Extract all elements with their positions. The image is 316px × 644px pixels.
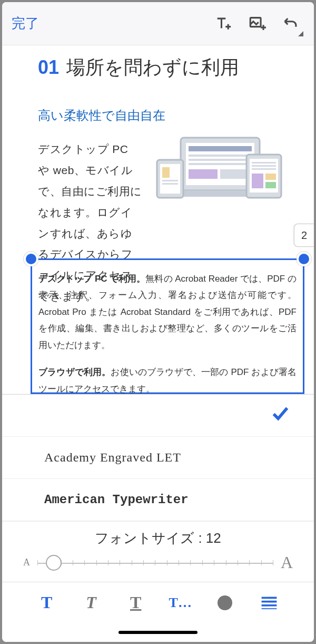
slider-thumb[interactable] — [46, 555, 62, 571]
selected-text-content[interactable]: デスクトップ PC で利用。無料の Acrobat Reader では、PDF … — [32, 260, 303, 394]
page-indicator-tab[interactable]: 2 — [294, 224, 314, 247]
document-view[interactable]: 01 場所を問わずに利用 高い柔軟性で自由自在 デスクトップ PC や web、… — [2, 45, 314, 394]
font-option-academy[interactable]: Academy Engraved LET — [2, 437, 314, 479]
devices-illustration — [152, 134, 283, 208]
home-indicator[interactable] — [2, 623, 314, 642]
svg-rect-3 — [189, 146, 252, 151]
svg-rect-7 — [189, 169, 218, 179]
slider-max-icon: A — [281, 553, 293, 572]
font-panel: Academy Engraved LET American Typewriter… — [2, 394, 314, 642]
bold-button[interactable]: T — [31, 590, 63, 616]
selection-handle-top-left[interactable] — [24, 252, 38, 266]
document-title-row: 01 場所を問わずに利用 — [38, 55, 283, 81]
font-list[interactable]: Academy Engraved LET American Typewriter — [2, 395, 314, 521]
svg-rect-13 — [162, 180, 178, 181]
svg-rect-19 — [252, 168, 276, 170]
italic-button[interactable]: T — [75, 590, 107, 616]
text-more-button[interactable]: T… — [164, 590, 196, 616]
header-bar: 完了 — [2, 2, 314, 45]
svg-rect-21 — [265, 174, 276, 180]
add-image-icon[interactable] — [243, 10, 271, 37]
app-frame: 完了 01 場所を問わずに利用 高い柔軟性で自由自在 デスクトップ PC や w… — [2, 2, 314, 642]
section-number: 01 — [38, 56, 59, 79]
svg-rect-4 — [189, 155, 252, 157]
svg-rect-5 — [189, 159, 252, 161]
text-selection-box[interactable]: デスクトップ PC で利用。無料の Acrobat Reader では、PDF … — [31, 258, 304, 394]
align-button[interactable] — [253, 590, 285, 616]
slider-min-icon: A — [23, 557, 30, 568]
done-button[interactable]: 完了 — [12, 14, 39, 33]
svg-rect-20 — [252, 174, 263, 188]
section-subtitle: 高い柔軟性で自由自在 — [38, 107, 283, 124]
svg-rect-17 — [252, 162, 276, 164]
svg-rect-22 — [265, 182, 276, 188]
section-title: 場所を問わずに利用 — [66, 55, 239, 81]
undo-icon[interactable] — [277, 10, 304, 37]
svg-rect-12 — [162, 167, 170, 178]
text-format-toolbar: T T T T… — [2, 582, 314, 623]
svg-rect-18 — [252, 165, 276, 167]
color-picker-button[interactable] — [209, 590, 241, 616]
font-option-american[interactable]: American Typewriter — [2, 479, 314, 521]
svg-rect-6 — [189, 163, 252, 165]
font-size-slider[interactable]: A A — [23, 553, 293, 572]
font-size-section: フォントサイズ : 12 A A — [2, 521, 314, 582]
checkmark-icon — [271, 405, 289, 426]
font-size-label: フォントサイズ : 12 — [23, 529, 293, 547]
underline-button[interactable]: T — [120, 590, 152, 616]
add-text-icon[interactable] — [210, 10, 237, 37]
svg-rect-14 — [162, 183, 178, 185]
selection-handle-top-right[interactable] — [297, 252, 311, 266]
font-option-default[interactable] — [2, 395, 314, 437]
